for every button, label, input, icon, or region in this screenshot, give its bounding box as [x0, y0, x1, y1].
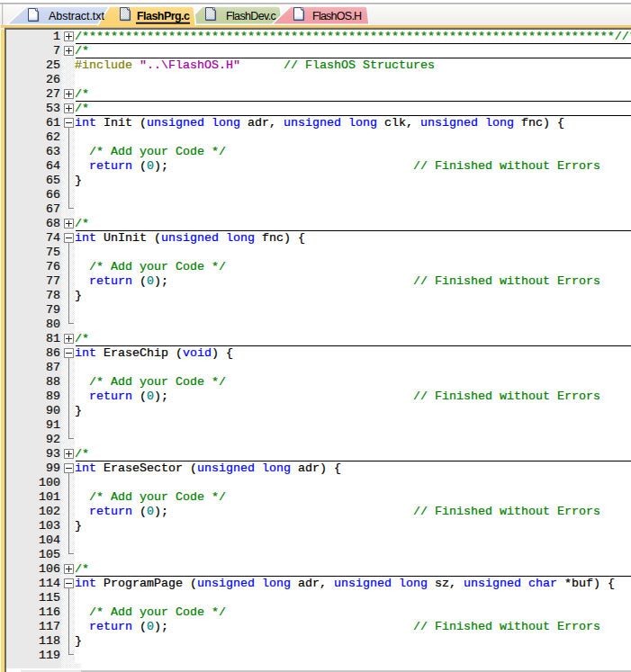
svg-text:FlashDev.c: FlashDev.c — [226, 10, 275, 22]
svg-text:FlashOS.H: FlashOS.H — [312, 10, 362, 22]
svg-text:Abstract.txt: Abstract.txt — [49, 10, 104, 22]
svg-text:FlashPrg.c: FlashPrg.c — [137, 10, 190, 22]
